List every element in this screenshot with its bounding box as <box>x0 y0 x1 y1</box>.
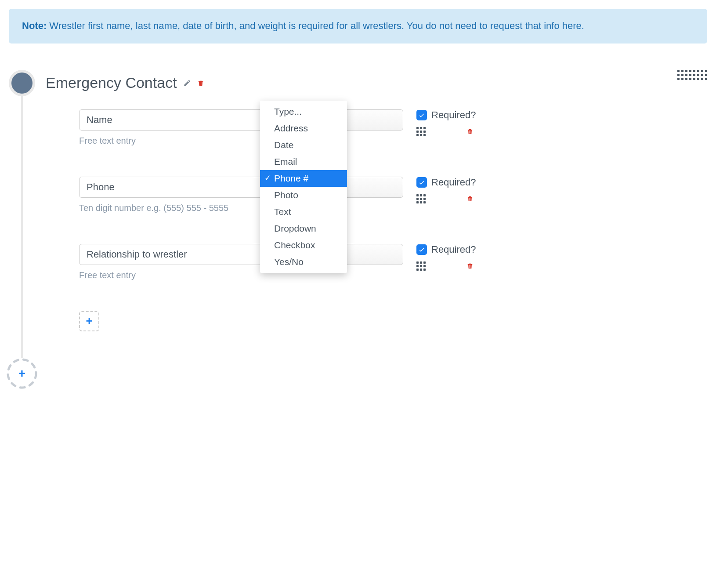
type-option[interactable]: Phone # <box>260 170 347 187</box>
plus-icon: + <box>18 367 25 381</box>
delete-field-button[interactable] <box>466 127 474 135</box>
pencil-icon <box>183 79 191 87</box>
form-section: Emergency Contact Free text entry <box>9 70 707 389</box>
field-row: Ten digit number e.g. (555) 555 - 5555 R… <box>79 177 707 213</box>
type-option[interactable]: Address <box>260 120 347 137</box>
field-drag-handle[interactable] <box>416 261 426 271</box>
required-checkbox[interactable] <box>416 110 427 120</box>
check-icon <box>418 179 425 186</box>
trash-icon <box>466 262 474 270</box>
section-circle-icon <box>9 70 35 96</box>
plus-icon: + <box>86 314 92 328</box>
type-dropdown-menu[interactable]: Type...AddressDateEmailPhone #PhotoTextD… <box>260 101 347 273</box>
type-option[interactable]: Text <box>260 203 347 220</box>
required-checkbox[interactable] <box>416 177 427 188</box>
trash-icon <box>466 195 474 203</box>
edit-section-button[interactable] <box>183 79 191 87</box>
required-label: Required? <box>431 177 476 188</box>
type-option[interactable]: Checkbox <box>260 237 347 254</box>
type-option[interactable]: Yes/No <box>260 254 347 270</box>
trash-icon <box>466 127 474 135</box>
delete-field-button[interactable] <box>466 262 474 270</box>
required-checkbox[interactable] <box>416 244 427 255</box>
field-row: Free text entry Required? <box>79 244 707 280</box>
delete-field-button[interactable] <box>466 195 474 203</box>
add-section-button[interactable]: + <box>6 358 38 389</box>
section-title: Emergency Contact <box>46 74 177 91</box>
trash-icon <box>197 79 204 87</box>
type-option[interactable]: Dropdown <box>260 220 347 237</box>
type-option[interactable]: Email <box>260 153 347 170</box>
check-icon <box>418 112 425 119</box>
delete-section-button[interactable] <box>197 79 204 87</box>
field-row: Free text entry Required? <box>79 109 707 146</box>
type-option[interactable]: Photo <box>260 187 347 203</box>
required-label: Required? <box>431 244 476 255</box>
note-text: Wrestler first name, last name, date of … <box>47 20 584 31</box>
add-field-button[interactable]: + <box>79 311 99 331</box>
check-icon <box>418 246 425 253</box>
required-label: Required? <box>431 109 476 121</box>
info-banner: Note: Wrestler first name, last name, da… <box>9 9 707 44</box>
drag-handle-icon <box>677 70 707 80</box>
field-drag-handle[interactable] <box>416 127 426 136</box>
note-label: Note: <box>22 20 47 31</box>
type-option[interactable]: Date <box>260 137 347 153</box>
type-option[interactable]: Type... <box>260 103 347 120</box>
field-drag-handle[interactable] <box>416 194 426 203</box>
section-header: Emergency Contact <box>9 70 707 96</box>
section-drag-handle[interactable] <box>677 70 707 80</box>
section-body: Free text entry Required? <box>21 96 707 358</box>
